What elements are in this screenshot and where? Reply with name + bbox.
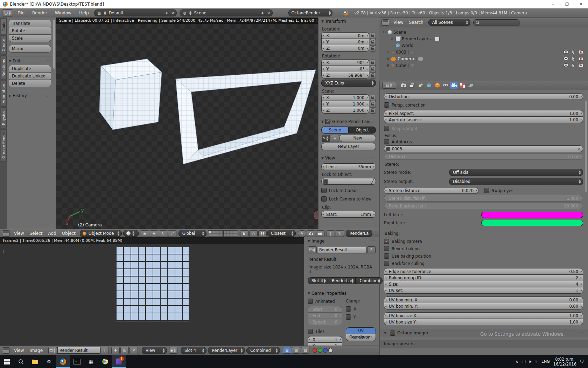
duplicate-button[interactable]: Duplicate: [9, 65, 51, 73]
image-datablock-name[interactable]: Render Result: [57, 347, 100, 354]
gp-source-scene-tab[interactable]: Scene: [321, 127, 349, 134]
tab-animation[interactable]: Animation: [1, 81, 7, 107]
selectability-cursor-icon[interactable]: [572, 63, 575, 68]
outliner-row-camera[interactable]: ⊕ Camera |: [382, 55, 588, 62]
persp-correction-checkbox[interactable]: Persp. correction: [384, 102, 583, 108]
tab-tools[interactable]: Tools: [1, 19, 7, 34]
uv-set-field[interactable]: ◂UV set:1▸: [384, 287, 583, 294]
scene-selector[interactable]: ◍ ▲▼ Scene ✚ ✕: [180, 9, 273, 16]
taskbar-clock[interactable]: 8:02 p.m.16/12/2016: [553, 357, 576, 367]
anim-speed-field[interactable]: ◂Speed:0▸: [308, 319, 342, 325]
delete-layout-button[interactable]: ✕: [170, 10, 176, 16]
clamp-y-checkbox[interactable]: Y: [346, 314, 376, 320]
gp-pencil-icon[interactable]: ✎▲▼: [322, 135, 330, 142]
expand-icon[interactable]: ⊕: [386, 57, 390, 61]
grease-pencil-panel-header[interactable]: ▼ ✓ Grease Pencil Layers::::: [321, 119, 376, 124]
lock-to-scene-icon[interactable]: [240, 230, 248, 237]
tab-world[interactable]: [425, 82, 433, 89]
swap-eyes-checkbox[interactable]: Swap eyes: [484, 188, 513, 193]
outliner-row-renderlayers[interactable]: ⊕ RenderLayers |: [382, 35, 588, 42]
screen-layout-selector[interactable]: ▦ ▲▼ Default ✚ ✕: [94, 9, 177, 16]
editor-type-image-icon[interactable]: [2, 347, 10, 354]
draw-alpha-icon[interactable]: ▨: [292, 347, 300, 354]
tab-relations[interactable]: Relations: [1, 56, 7, 80]
outliner-row-cube[interactable]: ⊕ ▽ Cube | ▽: [382, 62, 588, 69]
tab-camera-data[interactable]: [450, 82, 458, 89]
mirror-button[interactable]: Mirror: [9, 45, 51, 53]
image-menu-view[interactable]: View: [11, 348, 27, 353]
tab-render-layers[interactable]: [408, 82, 416, 89]
tab-create[interactable]: Create: [1, 35, 7, 55]
menu-view-3d[interactable]: View: [11, 231, 27, 236]
render-pass-dropdown[interactable]: Combined▲▼: [246, 347, 280, 354]
lock-icon[interactable]: [370, 66, 376, 72]
outliner-row-0003[interactable]: ⊕ ▽ 0003 | ▽: [382, 49, 588, 55]
rotation-x-field[interactable]: ◂X:90°▸: [321, 59, 369, 66]
tab-grease-pencil[interactable]: Grease Pencil: [1, 129, 7, 162]
focus-object-field[interactable]: ⬛0003✕: [384, 145, 583, 152]
animated-checkbox[interactable]: Animated: [308, 299, 342, 304]
lock-icon[interactable]: [370, 60, 376, 66]
manipulator-rotate-icon[interactable]: ↻: [159, 230, 167, 237]
slot-dropdown[interactable]: Slot 4▲▼: [181, 347, 206, 354]
layer-toggle-grid[interactable]: [208, 230, 238, 237]
channel-red-icon[interactable]: [313, 348, 317, 353]
renderability-camera-icon[interactable]: [579, 63, 583, 67]
gp-source-object-tab[interactable]: Object: [349, 127, 376, 134]
render-anim-icon[interactable]: [316, 230, 324, 237]
rotation-y-field[interactable]: ◂Y:-0°▸: [321, 66, 369, 72]
octane-render-button[interactable]: RenderLa: [346, 230, 372, 237]
lock-camera-to-view-checkbox[interactable]: Lock Camera to View: [321, 196, 376, 202]
use-baking-position-checkbox[interactable]: Use baking position: [384, 253, 583, 259]
left-filter-swatch[interactable]: [481, 212, 583, 218]
rotation-mode-dropdown[interactable]: XYZ Euler▲▼: [321, 80, 376, 87]
render-still-icon[interactable]: [307, 230, 315, 237]
menu-add[interactable]: Add: [46, 231, 59, 236]
image-canvas[interactable]: +: [0, 244, 304, 346]
scale-y-field[interactable]: ◂Y:1.000▸: [321, 101, 369, 107]
rotate-button[interactable]: Rotate: [9, 27, 51, 35]
baking-camera-checkbox[interactable]: ✓Baking camera: [384, 239, 583, 244]
draw-zbuffer-icon[interactable]: ▧: [301, 347, 309, 354]
open-image-icon[interactable]: 🗁: [120, 347, 129, 354]
layer-dropdown[interactable]: RenderLa▲▼: [328, 277, 356, 284]
outliner-row-world[interactable]: World: [382, 42, 588, 49]
menu-window[interactable]: Window: [51, 11, 75, 15]
uv-box-size-x-field[interactable]: ◂UV box size X:1.00▸: [384, 312, 583, 319]
opengl-render-icon[interactable]: ✎: [298, 230, 306, 237]
channel-green-icon[interactable]: [318, 348, 322, 353]
maximize-button[interactable]: ❐: [560, 0, 574, 8]
snap-magnet-icon[interactable]: [258, 230, 267, 237]
editor-type-outliner-icon[interactable]: [382, 19, 389, 26]
focus-distance-field[interactable]: ◂Distance:11cm▸: [384, 153, 583, 160]
pause-render-icon[interactable]: ‖: [327, 230, 335, 237]
calculator-icon[interactable]: ▦: [84, 355, 98, 368]
image-datablock-name[interactable]: Render Result: [317, 247, 367, 253]
edge-noise-tolerance-field[interactable]: ◂Edge noise tolerance:0.50▸: [384, 268, 583, 275]
menu-select[interactable]: Select: [27, 231, 45, 236]
lock-icon[interactable]: [370, 45, 376, 52]
location-z-field[interactable]: ◂Z:0m▸: [321, 45, 369, 52]
tab-physics[interactable]: [467, 82, 475, 89]
eyedropper-icon[interactable]: ╱: [371, 179, 376, 184]
viewport-shading-dropdown[interactable]: ▲▼: [123, 230, 139, 237]
lens-field[interactable]: ◂Lens:35mm▸: [321, 163, 376, 170]
add-layout-button[interactable]: ✚: [164, 10, 170, 16]
file-explorer-icon[interactable]: [28, 355, 42, 368]
renderability-camera-icon[interactable]: [579, 50, 583, 54]
image-menu-image[interactable]: Image: [27, 348, 46, 353]
renderlayer-badge-icon[interactable]: [435, 37, 440, 41]
expand-icon[interactable]: ⊕: [386, 63, 390, 67]
uv-box-min-x-field[interactable]: ◂UV box min. X:0.00▸: [384, 297, 583, 303]
baking-group-id-field[interactable]: ◂Baking group ID:2▸: [384, 274, 583, 281]
clip-start-field[interactable]: ◂Start:1mm▸: [321, 211, 376, 218]
delete-button[interactable]: Delete: [9, 80, 51, 87]
delete-scene-button[interactable]: ✕: [266, 10, 272, 16]
clamp-x-checkbox[interactable]: X: [346, 306, 376, 312]
tab-constraints[interactable]: [442, 82, 449, 89]
translate-button[interactable]: Translate: [9, 20, 51, 27]
start-button[interactable]: [0, 355, 14, 368]
chrome-icon[interactable]: [98, 355, 112, 368]
selectability-cursor-icon[interactable]: [572, 57, 575, 61]
view-panel-header[interactable]: ▼View::::: [321, 156, 376, 161]
